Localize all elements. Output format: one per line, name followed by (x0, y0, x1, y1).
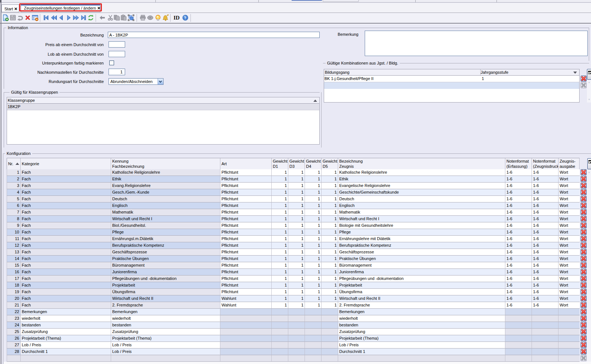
svg-text:?: ? (184, 15, 186, 20)
